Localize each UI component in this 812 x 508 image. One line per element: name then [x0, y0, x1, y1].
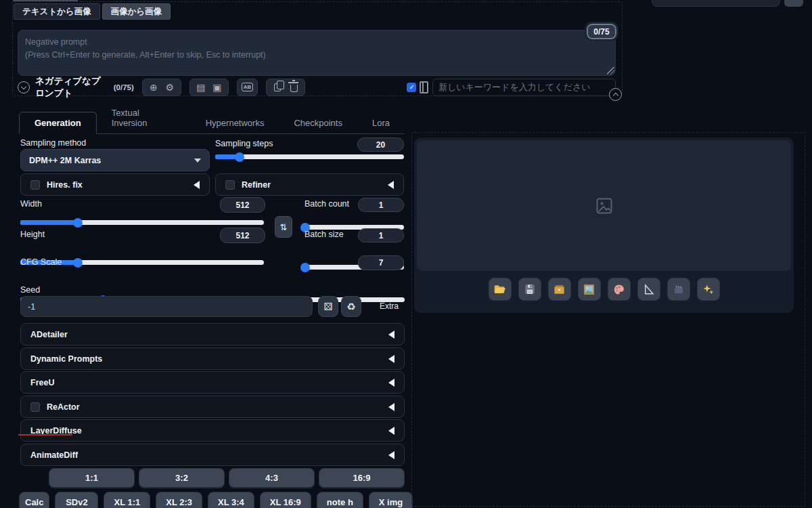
sampling-steps-slider[interactable]: [215, 154, 404, 159]
image-placeholder-icon: [595, 196, 614, 215]
style-document-icon[interactable]: ▤: [194, 81, 208, 94]
slider-thumb[interactable]: [73, 218, 83, 228]
refiner-label: Refiner: [242, 180, 271, 190]
ratio-button-4-3[interactable]: 4:3: [229, 468, 315, 488]
ratio-button-16-9[interactable]: 16:9: [319, 468, 405, 488]
collapsed-arrow-icon: [388, 379, 394, 387]
preset-xl-16-9-button[interactable]: XL 16:9: [260, 492, 311, 508]
chevron-down-icon: [194, 158, 201, 163]
sampling-steps-label: Sampling steps: [215, 139, 273, 148]
bookmark-icon[interactable]: ▣: [210, 81, 224, 94]
accordion-adetailer[interactable]: ADetailer: [20, 323, 405, 345]
accordion-label: ReActor: [47, 402, 80, 412]
copy-icon[interactable]: [271, 81, 284, 94]
preset-xl-3-4-button[interactable]: XL 3:4: [208, 492, 254, 508]
aspect-ratio-row: 1:1 3:2 4:3 16:9: [19, 468, 405, 488]
negative-prompt-textarea[interactable]: [18, 30, 616, 76]
collapsed-arrow-icon: [388, 403, 394, 411]
slider-thumb[interactable]: [300, 263, 310, 272]
refiner-checkbox[interactable]: [225, 180, 235, 190]
top-right-partial-input[interactable]: [652, 0, 780, 7]
save-icon[interactable]: [518, 278, 541, 301]
ratio-button-1-1[interactable]: 1:1: [49, 468, 135, 488]
toolbar-group-3: AB: [237, 79, 258, 96]
collapse-panel-icon[interactable]: [609, 88, 622, 101]
batch-size-label: Batch size: [304, 230, 344, 239]
slider-thumb[interactable]: [235, 152, 244, 162]
send-to-extras-icon[interactable]: [637, 278, 660, 301]
preset-x-img-button[interactable]: X img: [369, 492, 413, 508]
sparkles-icon[interactable]: [697, 278, 720, 301]
keyword-panel-icon[interactable]: [420, 81, 428, 93]
accordion-dynamic-prompts[interactable]: Dynamic Prompts: [20, 347, 405, 370]
seed-input[interactable]: [20, 296, 313, 317]
globe-icon[interactable]: ⊕: [147, 81, 160, 94]
hires-fix-checkbox[interactable]: [30, 180, 40, 190]
toolbar-group-4: [266, 79, 305, 96]
send-to-img2img-icon[interactable]: [578, 278, 601, 301]
collapsed-arrow-icon: [388, 451, 394, 459]
preset-sdv2-button[interactable]: SDv2: [55, 492, 98, 508]
negative-prompt-wrap: [18, 30, 616, 76]
width-label: Width: [20, 199, 42, 209]
image-preview-area[interactable]: [417, 140, 791, 271]
reuse-seed-recycle-button[interactable]: ♻: [341, 296, 361, 317]
tab-lora[interactable]: Lora: [357, 112, 405, 133]
slider-thumb[interactable]: [73, 258, 83, 268]
hires-fix-accordion[interactable]: Hires. fix: [20, 173, 210, 196]
random-seed-dice-button[interactable]: ⚄: [318, 296, 338, 317]
reactor-checkbox[interactable]: [30, 402, 40, 412]
cfg-scale-value[interactable]: 7: [358, 255, 404, 270]
collapsed-arrow-icon: [388, 355, 394, 363]
accordion-reactor[interactable]: ReActor: [20, 396, 405, 418]
gear-icon[interactable]: ⚙: [163, 81, 177, 94]
preset-calc-button[interactable]: Calc: [19, 492, 49, 508]
chevron-down-circle-icon[interactable]: [18, 81, 30, 93]
collapsed-arrow-icon: [194, 181, 200, 189]
layerdiffuse-red-underline: [18, 434, 72, 436]
swap-dimensions-button[interactable]: ⇅: [275, 216, 292, 238]
top-right-partial-button[interactable]: [784, 0, 803, 7]
preset-note-h-button[interactable]: note h: [317, 492, 363, 508]
keyword-input[interactable]: [432, 79, 616, 96]
accordion-label: AnimateDiff: [30, 450, 78, 460]
tab-hypernetworks[interactable]: Hypernetworks: [191, 112, 279, 133]
sampling-steps-value[interactable]: 20: [357, 137, 404, 152]
save-zip-icon[interactable]: [548, 278, 571, 301]
toolbar-group-1: ⊕ ⚙: [142, 79, 181, 96]
tab-textual-inversion[interactable]: Textual Inversion: [97, 102, 191, 133]
extra-seed-label: Extra: [380, 301, 399, 311]
preset-xl-2-3-button[interactable]: XL 2:3: [156, 492, 202, 508]
gallery-box: [414, 137, 794, 313]
height-value[interactable]: 512: [220, 228, 265, 243]
seed-label: Seed: [20, 285, 40, 295]
batch-size-value[interactable]: 1: [358, 228, 404, 242]
trash-icon[interactable]: [287, 81, 300, 94]
sampling-method-label: Sampling method: [20, 138, 86, 148]
height-label: Height: [20, 230, 45, 239]
preset-xl-1-1-button[interactable]: XL 1:1: [104, 492, 150, 508]
resize-handle[interactable]: [607, 67, 614, 75]
clapperboard-icon[interactable]: [667, 278, 690, 301]
accordion-freeu[interactable]: FreeU: [20, 371, 405, 394]
tab-generation[interactable]: Generation: [19, 112, 97, 134]
collapsed-arrow-icon: [388, 427, 394, 435]
accordion-animatediff[interactable]: AnimateDiff: [20, 444, 405, 466]
accordion-label: FreeU: [30, 378, 54, 387]
width-value[interactable]: 512: [220, 197, 265, 213]
ratio-button-3-2[interactable]: 3:2: [139, 468, 225, 488]
sampling-method-dropdown[interactable]: DPM++ 2M Karras: [20, 149, 210, 171]
width-slider[interactable]: [20, 220, 264, 225]
translate-icon[interactable]: AB: [242, 83, 254, 91]
batch-count-value[interactable]: 1: [358, 198, 404, 212]
hires-fix-label: Hires. fix: [47, 180, 83, 190]
keyword-checkbox[interactable]: [407, 83, 416, 92]
batch-count-label: Batch count: [304, 199, 349, 209]
token-counter-badge: 0/75: [587, 24, 616, 39]
sampling-method-value: DPM++ 2M Karras: [29, 156, 194, 165]
refiner-accordion[interactable]: Refiner: [215, 173, 404, 196]
send-to-inpaint-icon[interactable]: [608, 278, 631, 301]
tab-checkpoints[interactable]: Checkpoints: [279, 112, 357, 133]
open-folder-icon[interactable]: [489, 278, 512, 301]
accordion-layerdiffuse[interactable]: LayerDiffuse: [20, 419, 405, 442]
